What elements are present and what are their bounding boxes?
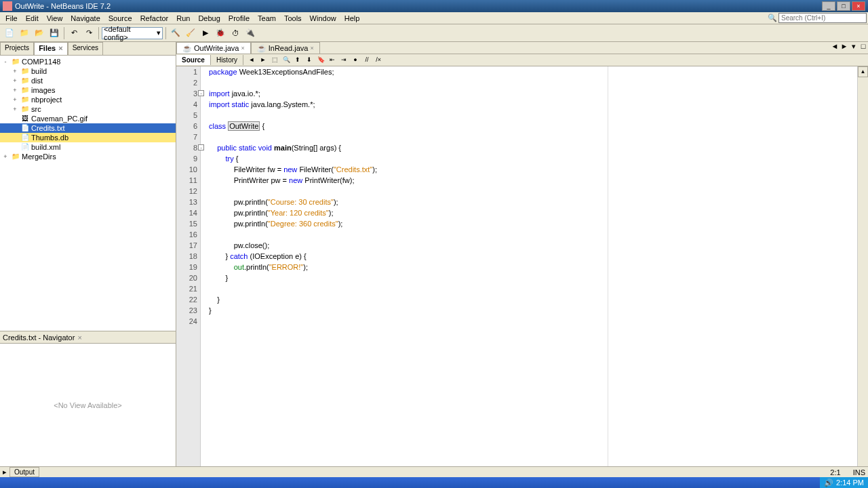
code-line[interactable]: [209, 110, 868, 121]
tree-node[interactable]: 📄Credits.txt: [0, 123, 176, 133]
menu-window[interactable]: Window: [306, 14, 340, 23]
code-line[interactable]: [209, 316, 868, 327]
line-number[interactable]: 2: [176, 77, 197, 88]
code-line[interactable]: }: [209, 294, 868, 305]
code-editor[interactable]: 123-45678-910111213141516171819202122232…: [176, 66, 868, 466]
code-line[interactable]: try {: [209, 153, 868, 164]
code-line[interactable]: PrintWriter pw = new PrintWriter(fw);: [209, 175, 868, 186]
expand-icon[interactable]: +: [11, 77, 19, 84]
code-line[interactable]: import static java.lang.System.*;: [209, 99, 868, 110]
code-line[interactable]: out.println("ERROR!");: [209, 262, 868, 272]
code-line[interactable]: [209, 229, 868, 240]
menu-source[interactable]: Source: [104, 14, 136, 23]
tree-node[interactable]: +📁src: [0, 104, 176, 114]
menu-navigate[interactable]: Navigate: [66, 14, 104, 23]
line-number[interactable]: 11: [176, 175, 197, 186]
maximize-editor-icon[interactable]: □: [859, 42, 868, 54]
expand-icon[interactable]: +: [11, 87, 19, 94]
code-line[interactable]: class OutWrite {: [209, 121, 868, 131]
code-line[interactable]: [209, 283, 868, 294]
toggle-bookmark-button[interactable]: 🔖: [315, 56, 326, 65]
menu-file[interactable]: File: [1, 14, 22, 23]
line-number[interactable]: 24: [176, 316, 197, 327]
new-file-button[interactable]: 📄: [3, 26, 16, 40]
source-view-tab[interactable]: Source: [176, 55, 211, 65]
menu-team[interactable]: Team: [254, 14, 280, 23]
line-number[interactable]: 4: [176, 99, 197, 110]
code-line[interactable]: pw.println("Degree: 360 credits");: [209, 218, 868, 229]
back-button[interactable]: ◄: [246, 56, 257, 65]
tab-scroll-left-icon[interactable]: ◄: [830, 42, 840, 54]
expand-icon[interactable]: +: [11, 106, 19, 113]
close-icon[interactable]: ×: [241, 45, 244, 52]
minimize-button[interactable]: _: [822, 1, 835, 11]
code-line[interactable]: [209, 77, 868, 88]
profile-button[interactable]: ⏱: [229, 26, 242, 40]
shift-left-button[interactable]: ⇤: [327, 56, 338, 65]
windows-taskbar[interactable]: 🔊 2:14 PM: [0, 477, 868, 488]
tab-services[interactable]: Services: [68, 42, 103, 55]
line-number[interactable]: 10: [176, 164, 197, 175]
clean-build-button[interactable]: 🧹: [184, 26, 197, 40]
menu-edit[interactable]: Edit: [22, 14, 43, 23]
tree-node[interactable]: +📁build: [0, 66, 176, 76]
config-combo[interactable]: <default config>▾: [102, 27, 163, 39]
tree-node[interactable]: 🖼Caveman_PC.gif: [0, 114, 176, 123]
code-line[interactable]: }: [209, 272, 868, 283]
line-number[interactable]: 23: [176, 305, 197, 316]
save-all-button[interactable]: 💾: [47, 26, 61, 40]
line-number[interactable]: 13: [176, 197, 197, 207]
tree-node[interactable]: 📄Thumbs.db: [0, 133, 176, 142]
menu-tools[interactable]: Tools: [280, 14, 306, 23]
macro-button[interactable]: ●: [350, 56, 361, 65]
menu-profile[interactable]: Profile: [224, 14, 254, 23]
code-line[interactable]: [209, 186, 868, 197]
shift-right-button[interactable]: ⇥: [338, 56, 349, 65]
menu-debug[interactable]: Debug: [194, 14, 224, 23]
tab-files[interactable]: Files×: [34, 42, 68, 55]
close-icon[interactable]: ×: [310, 45, 313, 52]
line-number[interactable]: 7: [176, 131, 197, 142]
line-number[interactable]: 18: [176, 251, 197, 262]
new-project-button[interactable]: 📁: [18, 26, 31, 40]
menu-help[interactable]: Help: [340, 14, 364, 23]
system-tray[interactable]: 🔊 2:14 PM: [820, 477, 868, 488]
code-line[interactable]: pw.close();: [209, 240, 868, 251]
maximize-button[interactable]: □: [837, 1, 850, 11]
navigator-close-icon[interactable]: ×: [77, 333, 81, 342]
tree-node[interactable]: +📁dist: [0, 76, 176, 85]
code-line[interactable]: package Week13ExceptionsAndFiles;: [209, 66, 868, 77]
build-button[interactable]: 🔨: [169, 26, 182, 40]
next-bookmark-button[interactable]: ⬇: [304, 56, 315, 65]
code-line[interactable]: }: [209, 305, 868, 316]
tab-scroll-right-icon[interactable]: ►: [840, 42, 849, 54]
line-number[interactable]: 17: [176, 240, 197, 251]
editor-tab-inread[interactable]: ☕ InRead.java ×: [251, 42, 320, 54]
editor-tab-outwrite[interactable]: ☕ OutWrite.java ×: [176, 42, 251, 54]
line-number[interactable]: 20: [176, 272, 197, 283]
code-line[interactable]: } catch (IOException e) {: [209, 251, 868, 262]
find-button[interactable]: 🔍: [281, 56, 292, 65]
line-number[interactable]: 16: [176, 229, 197, 240]
comment-button[interactable]: //: [361, 56, 372, 65]
forward-button[interactable]: ►: [258, 56, 269, 65]
tab-projects[interactable]: Projects: [0, 42, 34, 55]
code-line[interactable]: pw.println("Year: 120 credits");: [209, 207, 868, 218]
tree-node[interactable]: +📁nbproject: [0, 95, 176, 104]
expand-icon[interactable]: +: [1, 153, 9, 160]
tree-node[interactable]: -📁COMP1148: [0, 57, 176, 66]
attach-button[interactable]: 🔌: [243, 26, 257, 40]
close-icon[interactable]: ×: [58, 44, 62, 52]
open-button[interactable]: 📂: [33, 26, 46, 40]
tab-list-icon[interactable]: ▾: [849, 42, 859, 54]
scroll-up-icon[interactable]: ▲: [858, 66, 868, 77]
output-button[interactable]: Output: [9, 467, 39, 477]
expand-icon[interactable]: -: [1, 58, 9, 65]
menu-refactor[interactable]: Refactor: [136, 14, 173, 23]
expand-icon[interactable]: +: [11, 96, 19, 103]
line-number[interactable]: 9: [176, 153, 197, 164]
tree-node[interactable]: +📁images: [0, 85, 176, 95]
line-number[interactable]: 12: [176, 186, 197, 197]
line-number[interactable]: 19: [176, 262, 197, 272]
line-number[interactable]: 14: [176, 207, 197, 218]
